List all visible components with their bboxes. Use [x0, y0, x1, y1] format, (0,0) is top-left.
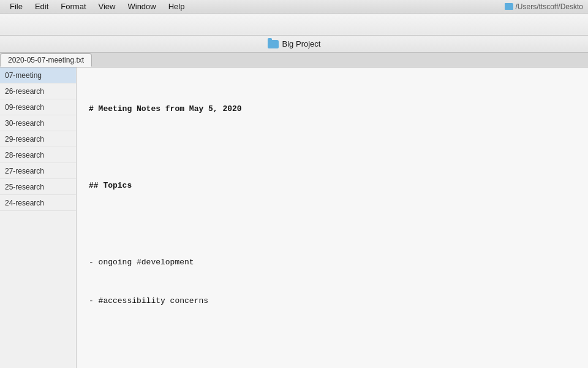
project-folder-icon [268, 40, 279, 48]
menu-edit[interactable]: Edit [30, 1, 53, 12]
menu-window[interactable]: Window [123, 1, 160, 12]
sidebar-item-2[interactable]: 09-research [0, 99, 76, 115]
sidebar-item-7[interactable]: 25-research [0, 179, 76, 195]
sidebar-item-3[interactable]: 30-research [0, 115, 76, 131]
main-area: 07-meeting 26-research 09-research 30-re… [0, 67, 588, 368]
line-blank-3 [89, 333, 576, 346]
menu-format[interactable]: Format [56, 1, 91, 12]
line-blank-2 [89, 218, 576, 231]
editor-content[interactable]: # Meeting Notes from May 5, 2020 ## Topi… [77, 67, 588, 368]
path-display: /Users/ttscoff/Deskto [505, 2, 583, 11]
sidebar-item-1[interactable]: 26-research [0, 83, 76, 99]
project-bar: Big Project [0, 36, 588, 53]
menu-help[interactable]: Help [164, 1, 190, 12]
sidebar-item-5[interactable]: 28-research [0, 147, 76, 163]
line-accessibility: - #accessibility concerns [89, 295, 576, 308]
menu-view[interactable]: View [94, 1, 121, 12]
sidebar-item-6[interactable]: 27-research [0, 163, 76, 179]
line-ongoing: - ongoing #development [89, 256, 576, 269]
path-text: /Users/ttscoff/Deskto [516, 2, 583, 11]
folder-icon [505, 3, 513, 10]
menu-bar: File Edit Format View Window Help /Users… [0, 0, 588, 13]
tab-bar: 2020-05-07-meeting.txt [0, 53, 588, 67]
toolbar [0, 13, 588, 36]
line-blank-1 [89, 141, 576, 154]
menu-file[interactable]: File [5, 1, 28, 12]
line-heading1: # Meeting Notes from May 5, 2020 [89, 103, 576, 116]
project-name: Big Project [282, 39, 321, 48]
tab-meeting-file[interactable]: 2020-05-07-meeting.txt [0, 53, 92, 67]
sidebar-item-4[interactable]: 29-research [0, 131, 76, 147]
sidebar-item-0[interactable]: 07-meeting [0, 67, 76, 83]
sidebar-item-8[interactable]: 24-research [0, 195, 76, 211]
editor[interactable]: # Meeting Notes from May 5, 2020 ## Topi… [77, 67, 588, 368]
line-heading2-topics: ## Topics [89, 180, 576, 193]
sidebar: 07-meeting 26-research 09-research 30-re… [0, 67, 77, 368]
